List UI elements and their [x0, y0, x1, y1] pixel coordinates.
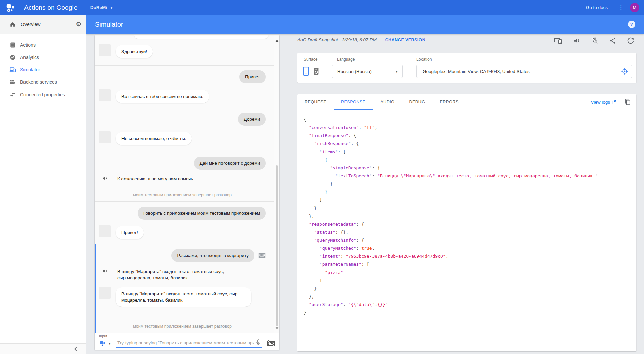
code-line: "queryMatchInfo": { [304, 236, 633, 244]
code-line: "finalResponse": { [304, 132, 633, 140]
kebab-menu-icon[interactable]: ⋮ [618, 4, 621, 11]
copy-icon[interactable] [624, 98, 631, 106]
sidebar-nav: Actions Analytics Simulator Backend serv… [0, 34, 86, 101]
response-tabs: REQUESTRESPONSEAUDIODEBUGERRORS View log… [297, 94, 636, 110]
input-source-selector[interactable]: ▼ [99, 340, 111, 347]
tab-errors[interactable]: ERRORS [432, 94, 466, 110]
code-line: "queryMatched": true, [304, 244, 633, 252]
code-line: "pizza" [304, 269, 633, 277]
version-snapshot-label: AoG Draft Snapshot - 3/29/18, 6:07 PM [297, 37, 377, 42]
user-message-bubble: Привет [239, 70, 266, 83]
bot-message-bubble: Вот сейчас я тебя совсем не понимаю. [116, 90, 209, 103]
code-line: "items": [ [304, 148, 633, 156]
location-input[interactable] [422, 69, 621, 74]
tab-audio[interactable]: AUDIO [373, 94, 402, 110]
location-label: Location [416, 57, 432, 62]
tabs-right-actions: View logs [591, 94, 636, 110]
code-line: } [304, 309, 633, 317]
bot-avatar [99, 287, 111, 299]
conversation-turn: ПриветВот сейчас я тебя совсем не понима… [95, 66, 279, 108]
conversation-turn: Говорить с приложением моим тестовым при… [95, 202, 279, 244]
aog-logo[interactable] [5, 2, 16, 13]
bot-avatar [99, 225, 111, 237]
sidebar: Overview ⚙ Actions Analytics [0, 15, 86, 354]
code-line: }, [304, 212, 633, 220]
user-message-bubble: Расскажи, что входит в маргариту [171, 249, 255, 262]
sidebar-item-backend-services[interactable]: Backend services [0, 76, 86, 88]
language-value: Russian (Russia) [337, 69, 372, 74]
language-label: Language [337, 57, 355, 62]
scroll-down-icon[interactable] [275, 327, 279, 329]
project-name: DoReMi [90, 5, 107, 10]
view-logs-label: View logs [591, 100, 610, 105]
sidebar-item-connected-properties[interactable]: Connected properties [0, 88, 86, 101]
speaker-icon[interactable] [102, 268, 108, 274]
topbar-right: Go to docs ⋮ M [586, 3, 644, 12]
code-line: } [304, 180, 633, 188]
speaker-surface-icon[interactable] [313, 67, 320, 76]
code-line: "responseMetadata": { [304, 220, 633, 228]
language-select[interactable]: Russian (Russia) ▼ [332, 65, 403, 78]
chat-scrollbar[interactable] [274, 35, 279, 333]
user-message: Дореми [238, 113, 266, 126]
change-version-button[interactable]: CHANGE VERSION [385, 38, 426, 42]
sidebar-item-label: Actions [20, 42, 36, 48]
simulator-toolbar [554, 37, 634, 44]
code-line: "richResponse": { [304, 140, 633, 148]
gear-icon: ⚙ [76, 20, 81, 28]
refresh-icon[interactable] [627, 37, 634, 44]
scroll-up-icon[interactable] [275, 40, 279, 42]
response-card: REQUESTRESPONSEAUDIODEBUGERRORS View log… [297, 94, 636, 351]
share-icon[interactable] [609, 37, 616, 44]
input-row: ▼ [99, 339, 275, 348]
mic-icon[interactable] [255, 339, 262, 346]
devices-icon[interactable] [554, 37, 562, 44]
volume-icon[interactable] [573, 37, 581, 44]
bot-message: Привет! [99, 225, 266, 239]
scrollbar-thumb[interactable] [276, 165, 278, 326]
user-message-bubble: Дай мне поговорит с дореми [194, 157, 266, 170]
user-message: Дай мне поговорит с дореми [194, 157, 266, 170]
sidebar-item-label: Overview [21, 22, 40, 27]
conversation-scroll-area: Здравствуй!ПриветВот сейчас я тебя совсе… [95, 35, 279, 333]
project-settings-button[interactable]: ⚙ [71, 15, 86, 34]
my-location-icon[interactable] [621, 68, 628, 75]
go-to-docs-link[interactable]: Go to docs [586, 5, 608, 10]
bot-message: В пиццу "Маргарита" входят тесто, томатн… [99, 287, 266, 307]
query-field-wrap [116, 339, 262, 348]
query-input[interactable] [117, 339, 254, 347]
sidebar-item-label: Simulator [20, 67, 40, 72]
location-field-wrap [416, 65, 632, 78]
bot-message-bubble: В пиццу "Маргарита" входят тесто, томатн… [116, 287, 251, 307]
conversation-turn: ДоремиНе совсем понимаю, о чём ты. [95, 108, 279, 152]
keyboard-off-icon[interactable] [266, 340, 275, 347]
sidebar-item-overview[interactable]: Overview [0, 15, 71, 34]
tab-response[interactable]: RESPONSE [334, 94, 373, 110]
input-label: Input [99, 334, 107, 338]
speaker-icon[interactable] [102, 175, 108, 181]
tab-request[interactable]: REQUEST [297, 94, 334, 110]
help-button[interactable]: ? [628, 21, 635, 28]
chevron-down-icon: ▼ [108, 342, 111, 345]
assistant-dots-icon [5, 2, 16, 13]
mic-off-icon[interactable] [591, 37, 599, 44]
code-line: "conversationToken": "[]", [304, 124, 633, 132]
code-line: "textToSpeech": "В пиццу \"Маргарита\" в… [304, 172, 633, 180]
settings-card: Surface Language Russian (Russia) ▼ Loca… [297, 53, 636, 83]
sidebar-item-simulator[interactable]: Simulator [0, 63, 86, 76]
code-line: { [304, 116, 633, 124]
user-message-bubble: Говорить с приложением моим тестовым при… [138, 206, 266, 220]
view-logs-link[interactable]: View logs [591, 100, 616, 105]
sidebar-item-label: Backend services [20, 79, 57, 85]
project-selector[interactable]: DoReMi ▼ [90, 5, 113, 10]
partial-bubble [134, 35, 268, 39]
bot-avatar [99, 131, 111, 143]
collapse-sidebar-button[interactable] [74, 347, 77, 351]
surface-selector [302, 66, 320, 76]
top-app-bar: Actions on Google DoReMi ▼ Go to docs ⋮ … [0, 0, 644, 15]
sidebar-item-analytics[interactable]: Analytics [0, 51, 86, 63]
sidebar-item-actions[interactable]: Actions [0, 39, 86, 51]
user-avatar[interactable]: M [630, 3, 639, 12]
tab-debug[interactable]: DEBUG [402, 94, 433, 110]
phone-surface-icon[interactable] [302, 66, 310, 76]
